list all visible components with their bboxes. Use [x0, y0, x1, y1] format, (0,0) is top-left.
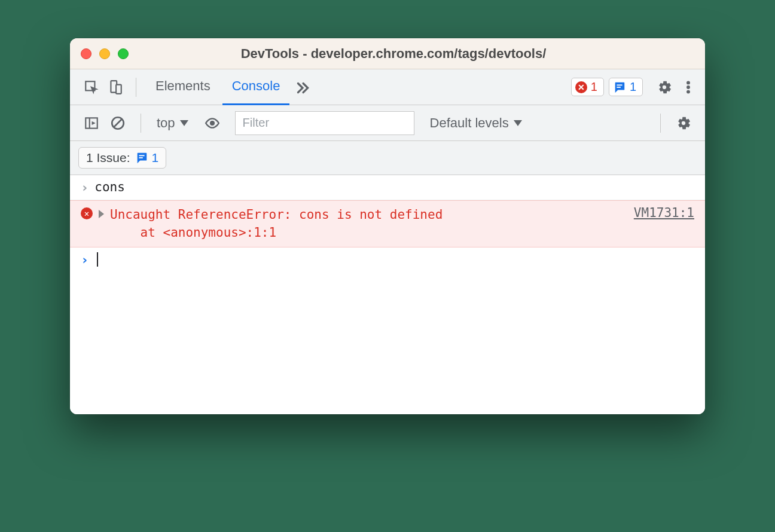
svg-line-11: [114, 119, 122, 127]
issues-bar: 1 Issue: 1: [70, 141, 705, 175]
svg-point-12: [210, 121, 214, 125]
error-icon: ✕: [575, 81, 587, 93]
svg-rect-14: [139, 157, 142, 158]
svg-point-6: [687, 85, 690, 88]
input-command: cons: [94, 180, 125, 194]
issues-count: 1: [630, 80, 636, 94]
console-settings-icon[interactable]: [673, 112, 694, 134]
dropdown-caret-icon: [180, 120, 188, 126]
levels-label: Default levels: [430, 115, 509, 131]
svg-point-5: [687, 81, 690, 84]
devtools-window: DevTools - developer.chrome.com/tags/dev…: [70, 38, 705, 414]
filter-input[interactable]: [235, 111, 414, 135]
toggle-device-toolbar-icon[interactable]: [105, 77, 126, 98]
console-input-row: › cons: [70, 175, 705, 200]
error-icon: ✕: [81, 207, 93, 219]
show-console-sidebar-icon[interactable]: [81, 112, 102, 134]
error-message: Uncaught ReferenceError: cons is not def…: [110, 206, 628, 242]
tab-console[interactable]: Console: [222, 69, 290, 105]
main-tabbar: Elements Console ✕ 1 1: [70, 69, 705, 105]
issues-badge[interactable]: 1: [609, 78, 643, 96]
svg-rect-4: [617, 87, 620, 88]
svg-point-7: [687, 90, 690, 93]
kebab-menu-icon[interactable]: [678, 77, 699, 98]
console-error-row[interactable]: ✕ Uncaught ReferenceError: cons is not d…: [70, 200, 705, 247]
window-title: DevTools - developer.chrome.com/tags/dev…: [93, 46, 694, 62]
input-chevron-icon: ›: [81, 180, 89, 195]
disclosure-triangle-icon[interactable]: [99, 210, 104, 218]
badge-group: ✕ 1 1: [571, 78, 643, 96]
errors-count: 1: [591, 80, 597, 94]
console-prompt-row[interactable]: ›: [70, 247, 705, 272]
close-window-button[interactable]: [81, 48, 91, 59]
inspect-element-icon[interactable]: [81, 77, 102, 98]
console-log: › cons ✕ Uncaught ReferenceError: cons i…: [70, 175, 705, 414]
console-toolbar: top Default levels: [70, 105, 705, 141]
more-tabs-icon[interactable]: [292, 77, 313, 98]
issues-chip[interactable]: 1 Issue: 1: [78, 147, 166, 169]
separator: [136, 78, 136, 97]
separator: [660, 114, 661, 133]
separator: [141, 114, 141, 133]
svg-rect-2: [116, 84, 121, 93]
svg-rect-8: [86, 118, 97, 128]
issues-prefix: 1 Issue:: [86, 151, 130, 165]
titlebar: DevTools - developer.chrome.com/tags/dev…: [70, 38, 705, 69]
issue-icon: [613, 81, 626, 94]
tab-elements[interactable]: Elements: [146, 69, 220, 105]
context-label: top: [157, 115, 175, 131]
dropdown-caret-icon: [514, 120, 522, 126]
issue-icon: [135, 151, 148, 164]
settings-icon[interactable]: [654, 77, 675, 98]
svg-rect-3: [617, 84, 622, 85]
svg-rect-13: [139, 155, 144, 156]
error-source-link[interactable]: VM1731:1: [634, 206, 694, 220]
issues-chip-count: 1: [152, 151, 159, 165]
text-caret: [97, 252, 98, 267]
errors-badge[interactable]: ✕ 1: [571, 78, 604, 96]
clear-console-icon[interactable]: [107, 112, 129, 134]
log-levels-selector[interactable]: Default levels: [430, 115, 522, 131]
live-expression-icon[interactable]: [202, 112, 223, 134]
execution-context-selector[interactable]: top: [153, 115, 192, 131]
prompt-chevron-icon: ›: [81, 252, 89, 267]
